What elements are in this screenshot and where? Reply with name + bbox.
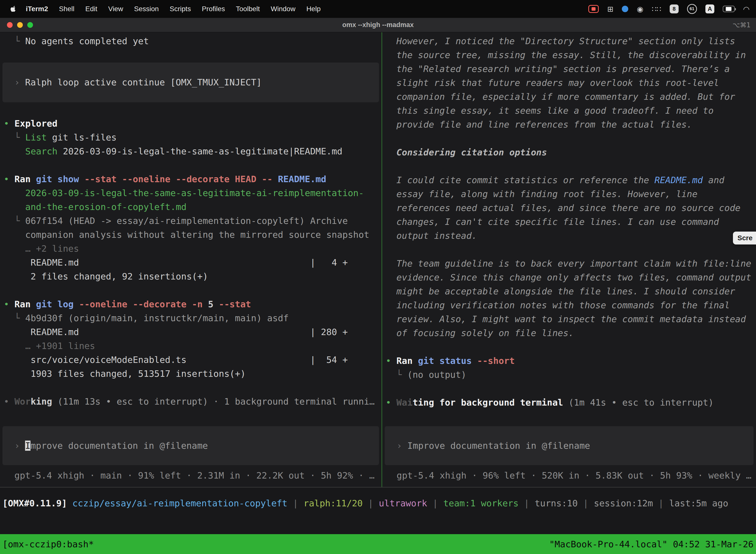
right-input-box[interactable]: › Improve documentation in @filename bbox=[385, 426, 754, 465]
text-segment: README.md bbox=[654, 175, 703, 185]
menu-item-shell[interactable]: Shell bbox=[54, 5, 80, 13]
keyboard-layout-icon[interactable]: A bbox=[705, 4, 714, 13]
text-segment: 4b9d30f (origin/main, instructkr/main, m… bbox=[25, 313, 289, 323]
window-grid-icon[interactable]: ⊞ bbox=[607, 5, 613, 13]
blue-dot-app-icon[interactable] bbox=[622, 6, 628, 12]
menu-item-toolbelt[interactable]: Toolbelt bbox=[231, 5, 265, 13]
left-pane[interactable]: └ No agents completed yet › Ralph loop a… bbox=[0, 32, 381, 487]
minimize-window-button[interactable] bbox=[17, 22, 23, 28]
text-segment: (11m 13s • esc to interrupt) · 1 backgro… bbox=[52, 396, 375, 406]
terminal-line: Search 2026-03-09-is-legal-the-same-as-l… bbox=[0, 145, 381, 158]
text-segment: I could cite commit statistics or refere… bbox=[386, 175, 654, 185]
notice-band-line: › Ralph loop active continue [OMX_TMUX_I… bbox=[2, 75, 262, 89]
terminal-line: 2026-03-09-is-legal-the-same-as-legitima… bbox=[0, 186, 381, 200]
terminal-line: └ No agents completed yet bbox=[0, 34, 381, 48]
tmux-status-bar: [omx-cczip0:bash* "MacBook-Pro-44.local"… bbox=[0, 534, 756, 554]
text-segment: | bbox=[653, 498, 669, 508]
menu-item-session[interactable]: Session bbox=[128, 5, 164, 13]
text-segment bbox=[67, 498, 72, 508]
menu-item-window[interactable]: Window bbox=[265, 5, 301, 13]
text-segment: mprove documentation in @filename bbox=[30, 441, 208, 451]
text-segment: 067f154 (HEAD -> essay/ai-reimplementati… bbox=[25, 216, 348, 226]
text-segment: king bbox=[30, 396, 52, 406]
screen-recording-indicator-icon[interactable] bbox=[588, 5, 599, 13]
text-segment: | bbox=[363, 498, 379, 508]
omx-status-bar: [OMX#0.11.9] cczip/essay/ai-reimplementa… bbox=[0, 488, 756, 534]
text-segment: Considering citation options bbox=[386, 147, 547, 157]
terminal-line: └ List git ls-files bbox=[0, 130, 381, 145]
text-segment: ting for background terminal bbox=[413, 397, 563, 407]
menu-item-iterm2[interactable]: iTerm2 bbox=[20, 5, 54, 13]
terminal-line: provide file and line references from th… bbox=[382, 118, 756, 131]
terminal-line: • Ran git show --stat --oneline --decora… bbox=[0, 172, 381, 186]
text-segment: › bbox=[14, 441, 25, 451]
text-segment: › bbox=[397, 441, 407, 451]
battery-icon[interactable] bbox=[723, 6, 735, 12]
text-segment: | bbox=[519, 498, 535, 508]
text-segment: Ran bbox=[14, 174, 36, 184]
apple-menu-icon[interactable] bbox=[6, 5, 20, 12]
text-segment: Ralph loop active continue [OMX_TMUX_INJ… bbox=[25, 77, 262, 88]
wifi-icon[interactable]: ◠ bbox=[743, 5, 750, 13]
terminal-line: Considering citation options bbox=[382, 146, 756, 159]
text-segment: README.md | 4 + bbox=[4, 258, 348, 268]
menu-item-help[interactable]: Help bbox=[301, 5, 326, 13]
text-segment: └ bbox=[4, 132, 25, 143]
left-scrollback: └ No agents completed yet › Ralph loop a… bbox=[0, 32, 381, 426]
terminal-line: └ (no output) bbox=[382, 368, 756, 382]
menu-item-edit[interactable]: Edit bbox=[80, 5, 103, 13]
text-segment: 1903 files changed, 513517 insertions(+) bbox=[4, 369, 246, 379]
blank-line bbox=[0, 158, 381, 172]
text-segment: (1m 41s • esc to interrupt) bbox=[563, 397, 713, 407]
text-segment: However, I noticed the "Directory Struct… bbox=[386, 36, 735, 46]
text-segment: 2 files changed, 92 insertions(+) bbox=[4, 271, 208, 281]
dark-circle-app-icon[interactable]: ◉ bbox=[637, 5, 643, 13]
text-segment: 2026-03-09-is-legal-the-same-as-legitima… bbox=[58, 146, 342, 156]
text-segment: README.md bbox=[272, 174, 326, 184]
menu-item-view[interactable]: View bbox=[103, 5, 128, 13]
blank-line bbox=[382, 382, 756, 396]
terminal-line: └ 4b9d30f (origin/main, instructkr/main,… bbox=[0, 311, 381, 325]
window-title: omx --xhigh --madmax bbox=[0, 21, 756, 29]
battery-gauge-icon[interactable]: 61 bbox=[687, 4, 697, 14]
text-segment: might be acceptable alongside the file l… bbox=[386, 286, 735, 296]
text-segment: and-the-erosion-of-copyleft.md bbox=[4, 202, 187, 212]
zoom-window-button[interactable] bbox=[27, 22, 33, 28]
terminal-line: output instead. bbox=[382, 229, 756, 243]
right-status-row: gpt-5.4 xhigh · 96% left · 520K in · 5.8… bbox=[382, 465, 756, 487]
screen-sharing-chip[interactable]: Scre bbox=[733, 232, 756, 244]
text-segment: --oneline --decorate -n bbox=[74, 299, 203, 309]
left-input-box[interactable]: › Improve documentation in @filename bbox=[2, 426, 379, 465]
right-status-line: gpt-5.4 xhigh · 96% left · 520K in · 5.8… bbox=[382, 468, 756, 483]
text-segment: • bbox=[4, 118, 14, 128]
text-segment: Ran bbox=[14, 299, 36, 309]
close-window-button[interactable] bbox=[7, 22, 13, 28]
menu-item-profiles[interactable]: Profiles bbox=[196, 5, 231, 13]
terminal-line: src/voice/voiceModeEnabled.ts | 54 + bbox=[0, 353, 381, 367]
text-segment: └ bbox=[4, 216, 25, 226]
text-segment: • bbox=[386, 356, 396, 366]
right-pane[interactable]: However, I noticed the "Directory Struct… bbox=[382, 32, 756, 487]
blank-line bbox=[382, 340, 756, 354]
text-segment: slight risk that future readers may over… bbox=[386, 78, 719, 88]
key-badge-icon[interactable]: 8 bbox=[670, 4, 679, 13]
window-title-bar[interactable]: omx --xhigh --madmax ⌥⌘1 bbox=[0, 18, 756, 32]
terminal-area: └ No agents completed yet › Ralph loop a… bbox=[0, 32, 756, 487]
blank-line bbox=[0, 381, 381, 395]
text-segment: git ls-files bbox=[47, 132, 117, 143]
app-grid-icon[interactable]: ∷∷ bbox=[652, 5, 661, 13]
text-segment: ralph:11/20 bbox=[304, 498, 363, 508]
text-segment: changes, I can't cite specific file line… bbox=[386, 217, 719, 227]
menu-item-scripts[interactable]: Scripts bbox=[164, 5, 196, 13]
terminal-line: README.md | 280 + bbox=[0, 325, 381, 339]
terminal-line: references need actual files, and since … bbox=[382, 201, 756, 215]
text-segment: the source tree, missing the essay. Stil… bbox=[386, 50, 746, 60]
terminal-line: However, I noticed the "Directory Struct… bbox=[382, 34, 756, 48]
left-input-line: › Improve documentation in @filename bbox=[2, 439, 208, 453]
terminal-line: … +2 lines bbox=[0, 242, 381, 256]
text-segment: 2026-03-09-is-legal-the-same-as-legitima… bbox=[4, 188, 364, 198]
terminal-line: of focusing solely on file lines. bbox=[382, 326, 756, 340]
text-segment: … +1901 lines bbox=[4, 341, 95, 351]
terminal-line: I could cite commit statistics or refere… bbox=[382, 173, 756, 187]
left-status-row: gpt-5.4 xhigh · main · 91% left · 2.31M … bbox=[0, 465, 381, 487]
